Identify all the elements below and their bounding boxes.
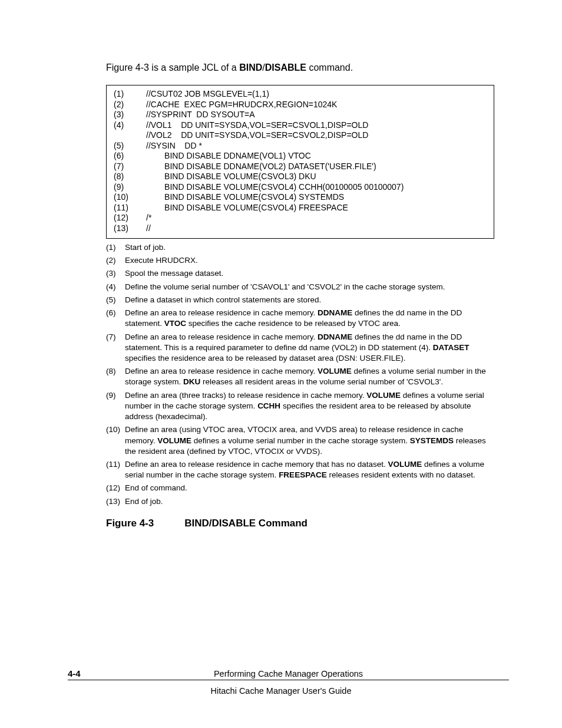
code-line-number: (10)	[114, 192, 146, 203]
note-keyword: DDNAME	[318, 332, 352, 341]
note-number: (2)	[106, 255, 125, 266]
note-keyword: VOLUME	[366, 391, 401, 400]
intro-bold-disable: DISABLE	[265, 62, 306, 73]
note-number: (11)	[106, 459, 125, 480]
figure-number: Figure 4-3	[106, 518, 154, 529]
note-item: (2)Execute HRUDCRX.	[106, 255, 494, 266]
note-number: (7)	[106, 332, 125, 364]
note-text-segment: releases resident extents with no datase…	[327, 470, 475, 479]
note-keyword: VOLUME	[157, 436, 191, 445]
note-text-segment: Define an area to release residence in c…	[125, 308, 318, 317]
note-text: Define an area to release residence in c…	[125, 366, 494, 387]
note-text-segment: defines a volume serial number in the ca…	[191, 436, 410, 445]
note-text: Spool the message dataset.	[125, 268, 494, 279]
intro-text: Figure 4-3 is a sample JCL of a	[106, 62, 239, 73]
note-text-segment: Define an area to release residence in c…	[125, 460, 388, 469]
footer-guide-title: Hitachi Cache Manager User's Guide	[0, 686, 562, 696]
code-line: (12)/*	[114, 213, 487, 223]
note-item: (4)Define the volume serial number of 'C…	[106, 282, 494, 292]
note-keyword: DKU	[183, 377, 200, 386]
code-line-text: BIND DISABLE VOLUME(CSVOL3) DKU	[146, 172, 316, 182]
figure-title: BIND/DISABLE Command	[184, 518, 308, 529]
intro-text-end: command.	[306, 62, 353, 73]
code-line-number: (12)	[114, 213, 146, 223]
code-line-number: (8)	[114, 172, 146, 182]
note-item: (13)End of job.	[106, 496, 494, 507]
code-line-number: (4)	[114, 120, 146, 131]
note-text-segment: Execute HRUDCRX.	[125, 256, 198, 265]
page-footer: 4-4 Performing Cache Manager Operations …	[0, 668, 562, 696]
code-line-text: //VOL2 DD UNIT=SYSDA,VOL=SER=CSVOL2,DISP…	[146, 130, 368, 141]
note-text: End of command.	[125, 483, 494, 493]
note-keyword: DDNAME	[318, 308, 352, 317]
code-line-text: //SYSPRINT DD SYSOUT=A	[146, 110, 255, 120]
footer-line: 4-4 Performing Cache Manager Operations	[68, 668, 509, 680]
code-line-number: (3)	[114, 110, 146, 120]
note-text: Define an area to release residence in c…	[125, 332, 494, 364]
note-number: (12)	[106, 483, 125, 493]
code-line-text: BIND DISABLE VOLUME(CSVOL4) FREESPACE	[146, 203, 348, 213]
code-line: (11) BIND DISABLE VOLUME(CSVOL4) FREESPA…	[114, 203, 487, 213]
note-text-segment: Define the volume serial number of 'CSAV…	[125, 282, 445, 291]
code-line-number: (6)	[114, 151, 146, 162]
note-number: (5)	[106, 295, 125, 305]
note-item: (10)Define an area (using VTOC area, VTO…	[106, 424, 494, 457]
note-number: (9)	[106, 390, 125, 423]
note-text: End of job.	[125, 496, 494, 507]
page: Figure 4-3 is a sample JCL of a BIND/DIS…	[0, 0, 562, 728]
note-text-segment: Define an area (three tracks) to release…	[125, 391, 366, 400]
note-item: (7)Define an area to release residence i…	[106, 332, 494, 364]
note-text: Define an area to release residence in c…	[125, 308, 494, 329]
note-text-segment: End of command.	[125, 483, 187, 492]
note-text-segment: Spool the message dataset.	[125, 269, 223, 278]
note-text: Define an area to release residence in c…	[125, 459, 494, 480]
code-line: (3)//SYSPRINT DD SYSOUT=A	[114, 110, 487, 120]
jcl-code-box: (1)//CSUT02 JOB MSGLEVEL=(1,1)(2)//CACHE…	[106, 85, 494, 239]
note-text-segment: Start of job.	[125, 243, 166, 252]
intro-bold-bind: BIND	[239, 62, 262, 73]
note-text: Define an area (using VTOC area, VTOCIX …	[125, 424, 494, 457]
code-line: (6) BIND DISABLE DDNAME(VOL1) VTOC	[114, 151, 487, 162]
note-text-segment: Define a dataset in which control statem…	[125, 295, 321, 304]
intro-paragraph: Figure 4-3 is a sample JCL of a BIND/DIS…	[106, 62, 494, 73]
code-line-number: (9)	[114, 182, 146, 193]
code-line-text: BIND DISABLE DDNAME(VOL1) VTOC	[146, 151, 311, 162]
code-line: (7) BIND DISABLE DDNAME(VOL2) DATASET('U…	[114, 162, 487, 172]
code-line-number: (11)	[114, 203, 146, 213]
note-item: (12)End of command.	[106, 483, 494, 493]
note-text: Start of job.	[125, 242, 494, 253]
page-number: 4-4	[68, 668, 186, 678]
code-line-text: BIND DISABLE DDNAME(VOL2) DATASET('USER.…	[146, 162, 376, 172]
code-line-text: /*	[146, 213, 151, 223]
note-keyword: VOLUME	[388, 460, 422, 469]
code-line-text: //CACHE EXEC PGM=HRUDCRX,REGION=1024K	[146, 100, 337, 110]
code-line-text: BIND DISABLE VOLUME(CSVOL4) SYSTEMDS	[146, 192, 344, 203]
note-text: Execute HRUDCRX.	[125, 255, 494, 266]
code-line-number: (7)	[114, 162, 146, 172]
code-line: (8) BIND DISABLE VOLUME(CSVOL3) DKU	[114, 172, 487, 182]
note-text: Define a dataset in which control statem…	[125, 295, 494, 305]
note-keyword: VTOC	[164, 319, 186, 328]
note-text-segment: Define an area to release residence in c…	[125, 332, 318, 341]
code-line: //VOL2 DD UNIT=SYSDA,VOL=SER=CSVOL2,DISP…	[114, 130, 487, 141]
note-item: (11)Define an area to release residence …	[106, 459, 494, 480]
note-text-segment: End of job.	[125, 497, 163, 506]
note-keyword: FREESPACE	[279, 470, 327, 479]
note-number: (1)	[106, 242, 125, 253]
code-line-number: (2)	[114, 100, 146, 110]
note-text-segment: specifies the residence area to be relea…	[125, 354, 406, 363]
note-number: (6)	[106, 308, 125, 329]
code-line-number	[114, 130, 146, 141]
note-text-segment: specifies the cache residence to be rele…	[186, 319, 401, 328]
note-item: (1)Start of job.	[106, 242, 494, 253]
note-text: Define the volume serial number of 'CSAV…	[125, 282, 494, 292]
note-item: (6)Define an area to release residence i…	[106, 308, 494, 329]
code-line-number: (1)	[114, 89, 146, 100]
code-line: (4)//VOL1 DD UNIT=SYSDA,VOL=SER=CSVOL1,D…	[114, 120, 487, 131]
notes-list: (1)Start of job.(2)Execute HRUDCRX.(3)Sp…	[106, 242, 494, 507]
note-item: (5)Define a dataset in which control sta…	[106, 295, 494, 305]
code-line-text: //VOL1 DD UNIT=SYSDA,VOL=SER=CSVOL1,DISP…	[146, 120, 368, 131]
figure-caption: Figure 4-3BIND/DISABLE Command	[106, 518, 494, 529]
code-line: (2)//CACHE EXEC PGM=HRUDCRX,REGION=1024K	[114, 100, 487, 110]
note-keyword: DATASET	[433, 343, 470, 352]
